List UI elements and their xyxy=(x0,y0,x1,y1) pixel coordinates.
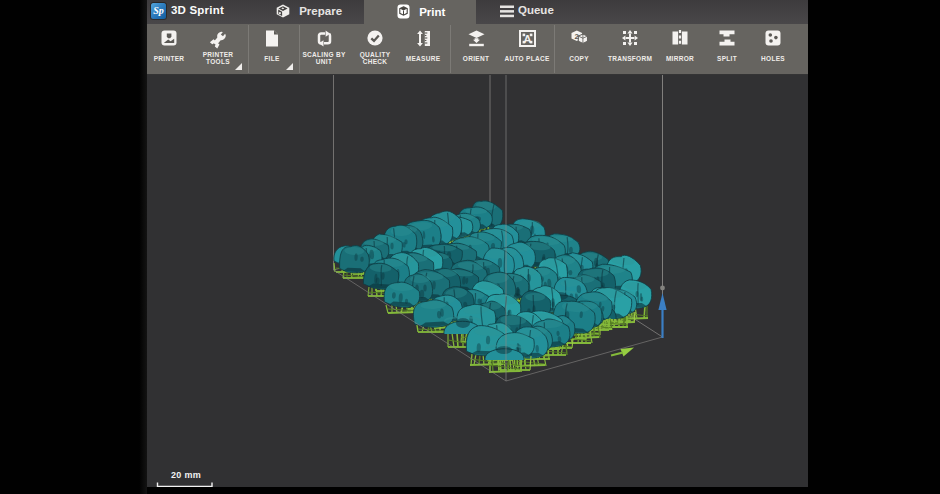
svg-text:A: A xyxy=(523,33,531,45)
svg-text:2: 2 xyxy=(574,32,579,41)
